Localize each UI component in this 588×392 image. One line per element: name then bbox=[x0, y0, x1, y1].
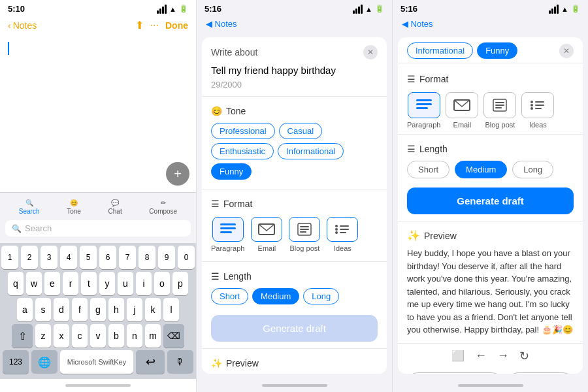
key-2[interactable]: 2 bbox=[21, 246, 38, 269]
chip-informational-p3[interactable]: Informational bbox=[407, 42, 473, 59]
key-a[interactable]: a bbox=[17, 298, 33, 321]
key-f[interactable]: f bbox=[72, 298, 88, 321]
generate-draft-button[interactable]: Generate draft bbox=[211, 315, 378, 342]
key-e[interactable]: e bbox=[44, 272, 60, 295]
key-w[interactable]: w bbox=[26, 272, 42, 295]
chip-professional[interactable]: Professional bbox=[211, 123, 275, 139]
key-u[interactable]: u bbox=[118, 272, 133, 295]
status-bar-3: 5:16 ▲ 🔋 bbox=[393, 0, 588, 16]
format-blog[interactable]: Blog post bbox=[289, 217, 320, 252]
svg-rect-9 bbox=[340, 225, 349, 227]
divider-4 bbox=[202, 348, 387, 349]
chip-add-compliments[interactable]: Add more compliments bbox=[407, 372, 502, 374]
key-space[interactable]: Microsoft SwiftKey bbox=[60, 350, 133, 374]
generate-draft-button-p3[interactable]: Generate draft bbox=[407, 188, 574, 214]
key-return[interactable]: ↩ bbox=[136, 350, 165, 374]
chip-informational[interactable]: Informational bbox=[278, 143, 344, 159]
chip-medium[interactable]: Medium bbox=[252, 288, 299, 304]
key-h[interactable]: h bbox=[108, 298, 124, 321]
chip-make-rhyme[interactable]: Make it rhyme bbox=[508, 372, 574, 374]
divider-1 bbox=[202, 96, 387, 97]
chip-short[interactable]: Short bbox=[211, 288, 248, 304]
close-button-p3[interactable]: ✕ bbox=[559, 44, 574, 58]
tab-compose[interactable]: ✏ Compose bbox=[149, 199, 177, 215]
format-email-p3[interactable]: Email bbox=[446, 92, 478, 129]
chip-enthusiastic[interactable]: Enthusiastic bbox=[211, 143, 274, 159]
chip-funny-p3[interactable]: Funny bbox=[477, 42, 517, 59]
key-0[interactable]: 0 bbox=[178, 246, 195, 269]
len-short-p3[interactable]: Short bbox=[407, 161, 449, 178]
key-6[interactable]: 6 bbox=[99, 246, 116, 269]
chip-casual[interactable]: Casual bbox=[279, 123, 322, 139]
done-button[interactable]: Done bbox=[165, 20, 188, 31]
key-x[interactable]: x bbox=[54, 324, 69, 348]
key-v[interactable]: v bbox=[90, 324, 106, 348]
format-paragraph[interactable]: Paragraph bbox=[211, 217, 244, 252]
status-bar-1: 5:10 ▲ 🔋 bbox=[0, 0, 196, 16]
key-b[interactable]: b bbox=[108, 324, 124, 348]
key-y[interactable]: y bbox=[99, 272, 115, 295]
format-paragraph-p3[interactable]: Paragraph bbox=[407, 92, 440, 129]
format-ideas-p3[interactable]: Ideas bbox=[521, 92, 554, 129]
key-p[interactable]: p bbox=[172, 272, 188, 295]
search-bar[interactable]: 🔍 Search bbox=[5, 220, 191, 237]
key-l[interactable]: l bbox=[163, 298, 179, 321]
key-t[interactable]: t bbox=[81, 272, 97, 295]
key-delete[interactable]: ⌫ bbox=[163, 324, 184, 348]
key-emoji[interactable]: 🌐 bbox=[31, 350, 57, 374]
share-icon[interactable]: ⬆ bbox=[135, 19, 144, 31]
key-q[interactable]: q bbox=[8, 272, 24, 295]
key-g[interactable]: g bbox=[90, 298, 106, 321]
panel3-back-button[interactable]: ◀ Notes bbox=[402, 19, 433, 29]
tab-search[interactable]: 🔍 Search bbox=[19, 199, 40, 215]
len-medium-p3[interactable]: Medium bbox=[455, 161, 507, 178]
nav-back-icon[interactable]: ← bbox=[475, 349, 487, 363]
format-email[interactable]: Email bbox=[251, 217, 282, 252]
key-4[interactable]: 4 bbox=[60, 246, 77, 269]
key-8[interactable]: 8 bbox=[139, 246, 155, 269]
signal-icon-2 bbox=[353, 5, 363, 14]
key-3[interactable]: 3 bbox=[41, 246, 57, 269]
add-button[interactable]: + bbox=[166, 162, 189, 186]
nav-refresh-icon[interactable]: ↻ bbox=[519, 349, 529, 363]
nav-forward-icon[interactable]: → bbox=[497, 349, 509, 363]
key-5[interactable]: 5 bbox=[80, 246, 97, 269]
key-r[interactable]: r bbox=[63, 272, 78, 295]
key-c[interactable]: c bbox=[72, 324, 88, 348]
more-icon[interactable]: ··· bbox=[150, 20, 159, 31]
keyboard-bottom-row: 123 🌐 Microsoft SwiftKey ↩ 🎙 bbox=[1, 350, 195, 374]
key-k[interactable]: k bbox=[145, 298, 161, 321]
key-n[interactable]: n bbox=[127, 324, 142, 348]
home-indicator-1 bbox=[0, 379, 196, 392]
key-o[interactable]: o bbox=[154, 272, 170, 295]
write-about-input[interactable]: Tell my friend happy birthday bbox=[211, 65, 378, 76]
svg-rect-25 bbox=[535, 105, 544, 106]
tab-tone[interactable]: 😊 Tone bbox=[67, 199, 81, 215]
notes-content[interactable]: + bbox=[0, 37, 196, 192]
key-123[interactable]: 123 bbox=[3, 350, 29, 374]
key-j[interactable]: j bbox=[127, 298, 142, 321]
key-1[interactable]: 1 bbox=[1, 246, 18, 269]
notes-back-button[interactable]: ‹ Notes bbox=[8, 20, 37, 31]
key-shift[interactable]: ⇧ bbox=[12, 324, 33, 348]
len-long-p3[interactable]: Long bbox=[512, 161, 553, 178]
key-mic[interactable]: 🎙 bbox=[167, 350, 193, 374]
key-7[interactable]: 7 bbox=[119, 246, 136, 269]
nav-square-icon[interactable]: ⬜ bbox=[451, 350, 465, 362]
key-m[interactable]: m bbox=[145, 324, 161, 348]
chip-long[interactable]: Long bbox=[303, 288, 339, 304]
key-s[interactable]: s bbox=[35, 298, 51, 321]
key-z[interactable]: z bbox=[35, 324, 51, 348]
key-9[interactable]: 9 bbox=[158, 246, 175, 269]
tab-chat[interactable]: 💬 Chat bbox=[108, 199, 122, 215]
close-button[interactable]: ✕ bbox=[363, 45, 378, 59]
chip-funny[interactable]: Funny bbox=[211, 163, 252, 180]
key-i[interactable]: i bbox=[136, 272, 152, 295]
format-blog-p3[interactable]: Blog post bbox=[483, 92, 516, 129]
blog-svg bbox=[295, 222, 314, 237]
key-d[interactable]: d bbox=[54, 298, 69, 321]
panel-draft: 5:16 ▲ 🔋 ◀ Notes Informational Funny ✕ bbox=[393, 0, 588, 392]
format-ideas[interactable]: Ideas bbox=[327, 217, 358, 252]
notes-header: ‹ Notes ⬆ ··· Done bbox=[0, 16, 196, 37]
panel2-back-button[interactable]: ◀ Notes bbox=[206, 19, 237, 29]
